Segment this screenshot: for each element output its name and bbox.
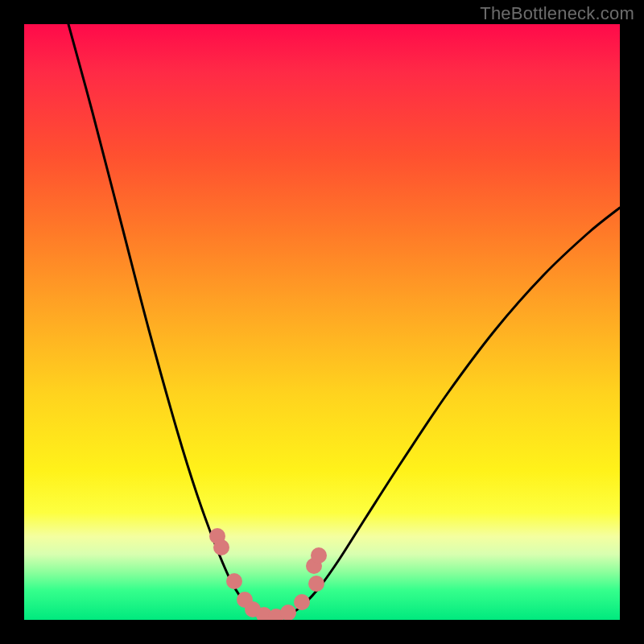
chart-svg bbox=[24, 24, 620, 620]
marker-dot bbox=[226, 573, 242, 589]
curve-line bbox=[68, 24, 620, 618]
marker-dot bbox=[311, 547, 327, 564]
right-branch bbox=[275, 208, 620, 618]
plot-area bbox=[24, 24, 620, 620]
chart-frame: TheBottleneck.com bbox=[0, 0, 644, 644]
watermark-text: TheBottleneck.com bbox=[480, 3, 634, 24]
marker-dot bbox=[280, 605, 296, 620]
marker-dot bbox=[308, 576, 324, 592]
marker-dot bbox=[294, 594, 310, 610]
left-branch bbox=[68, 24, 275, 618]
marker-dot bbox=[213, 539, 229, 555]
